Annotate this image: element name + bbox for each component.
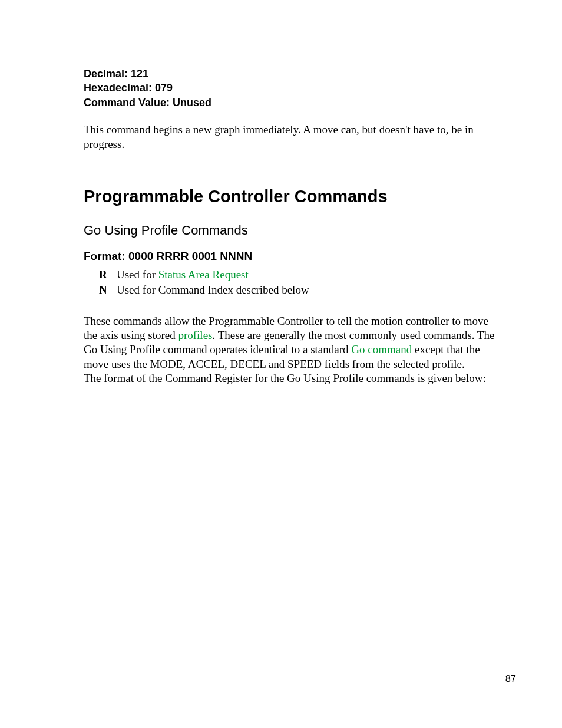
definition-list: R Used for Status Area Request N Used fo… bbox=[99, 268, 497, 297]
status-area-request-link[interactable]: Status Area Request bbox=[158, 268, 249, 281]
intro-paragraph: This command begins a new graph immediat… bbox=[84, 123, 497, 151]
cmdval-line: Command Value: Unused bbox=[84, 95, 497, 110]
format-sentence: The format of the Command Register for t… bbox=[84, 371, 497, 386]
hex-line: Hexadecimal: 079 bbox=[84, 81, 497, 95]
def-key-r: R bbox=[99, 268, 117, 282]
def-text-r: Used for Status Area Request bbox=[117, 268, 249, 282]
section-heading: Programmable Controller Commands bbox=[84, 187, 497, 206]
header-block: Decimal: 121 Hexadecimal: 079 Command Va… bbox=[84, 67, 497, 110]
go-command-link[interactable]: Go command bbox=[351, 343, 412, 355]
def-row-n: N Used for Command Index described below bbox=[99, 283, 497, 298]
def-text-n: Used for Command Index described below bbox=[117, 283, 309, 298]
def-key-n: N bbox=[99, 283, 117, 298]
body-paragraph: These commands allow the Programmable Co… bbox=[84, 314, 497, 386]
profiles-link[interactable]: profiles bbox=[178, 329, 212, 341]
format-heading: Format: 0000 RRRR 0001 NNNN bbox=[84, 250, 497, 263]
def-row-r: R Used for Status Area Request bbox=[99, 268, 497, 282]
subsection-heading: Go Using Profile Commands bbox=[84, 223, 497, 238]
page-number: 87 bbox=[505, 673, 516, 684]
decimal-line: Decimal: 121 bbox=[84, 67, 497, 81]
